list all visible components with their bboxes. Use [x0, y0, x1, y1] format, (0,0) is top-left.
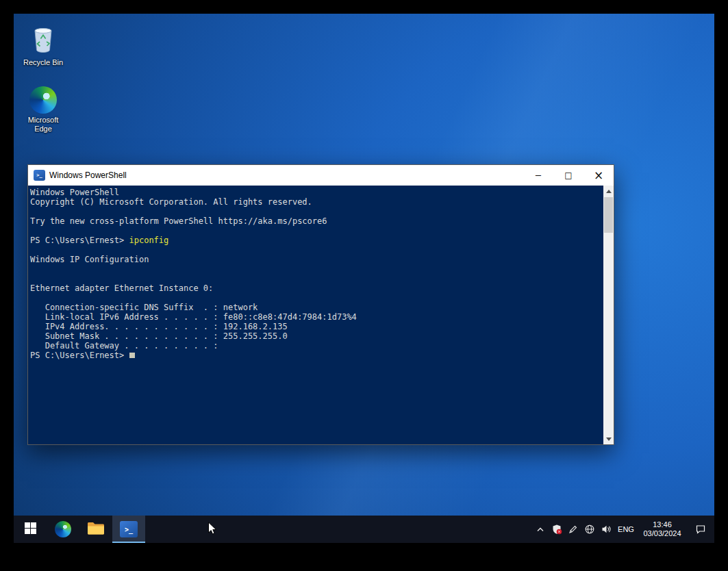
edge-icon	[29, 86, 57, 114]
console-line: Windows PowerShell	[30, 188, 603, 197]
titlebar[interactable]: Windows PowerShell ─ □ ×	[28, 165, 614, 186]
console-line: Link-local IPv6 Address . . . . . : fe80…	[30, 312, 603, 322]
desktop-icon-label: Recycle Bin	[23, 58, 63, 67]
console-line	[30, 264, 603, 274]
globe-icon	[584, 524, 595, 535]
speaker-icon	[601, 524, 612, 535]
console-line	[30, 274, 603, 283]
console-line: Connection-specific DNS Suffix . : netwo…	[30, 303, 603, 312]
console-line	[30, 226, 603, 236]
desktop-icon-recycle-bin[interactable]: Recycle Bin	[21, 25, 66, 67]
console-line: PS C:\Users\Ernest> ipconfig	[30, 236, 603, 245]
network-tray-button[interactable]	[581, 516, 598, 543]
language-indicator[interactable]: ENG	[614, 516, 638, 543]
recycle-bin-icon	[31, 25, 55, 56]
window-title: Windows PowerShell	[49, 170, 519, 180]
console-line	[30, 293, 603, 303]
chevron-up-icon	[535, 524, 546, 535]
window-controls: ─ □ ×	[523, 165, 614, 186]
action-center-button[interactable]	[687, 516, 714, 543]
console-area: Windows PowerShellCopyright (C) Microsof…	[28, 186, 614, 444]
action-center-icon	[695, 524, 706, 535]
scroll-up-arrow[interactable]	[603, 186, 614, 196]
clock[interactable]: 13:46 03/03/2024	[638, 516, 687, 543]
close-button[interactable]: ×	[583, 165, 614, 186]
console-line: Subnet Mask . . . . . . . . . . . : 255.…	[30, 331, 603, 341]
console-line: Default Gateway . . . . . . . . . :	[30, 341, 603, 351]
hidden-icons-chevron[interactable]	[532, 516, 549, 543]
command-text: ipconfig	[129, 236, 169, 245]
start-button[interactable]	[14, 516, 47, 543]
system-tray: ENG 13:46 03/03/2024	[532, 516, 714, 543]
shield-alert-icon	[551, 524, 562, 535]
edge-icon	[55, 521, 71, 537]
desktop-icon-microsoft-edge[interactable]: Microsoft Edge	[21, 86, 66, 134]
taskbar: ENG 13:46 03/03/2024	[14, 516, 714, 543]
pen-tray-button[interactable]	[565, 516, 581, 543]
console-line	[30, 245, 603, 255]
powershell-icon	[120, 521, 138, 537]
desktop-icon-label: Microsoft Edge	[21, 116, 66, 134]
security-tray-button[interactable]	[549, 516, 565, 543]
console-output[interactable]: Windows PowerShellCopyright (C) Microsof…	[28, 186, 603, 444]
pen-icon	[568, 524, 579, 535]
desktop[interactable]: Recycle Bin Microsoft Edge Windows Power…	[14, 14, 714, 516]
tray-date: 03/03/2024	[638, 529, 687, 538]
screen: Recycle Bin Microsoft Edge Windows Power…	[14, 14, 714, 543]
scroll-down-arrow[interactable]	[603, 433, 614, 444]
console-line: Ethernet adapter Ethernet Instance 0:	[30, 283, 603, 293]
console-line: Copyright (C) Microsoft Corporation. All…	[30, 197, 603, 207]
taskbar-edge-button[interactable]	[47, 516, 79, 543]
powershell-icon	[34, 170, 45, 181]
console-line	[30, 207, 603, 216]
taskbar-powershell-button[interactable]	[112, 516, 145, 543]
console-line: Windows IP Configuration	[30, 255, 603, 264]
folder-icon	[87, 522, 105, 537]
console-line: IPv4 Address. . . . . . . . . . . : 192.…	[30, 322, 603, 331]
minimize-button[interactable]: ─	[523, 165, 553, 186]
tray-time: 13:46	[638, 520, 687, 529]
text-cursor	[129, 353, 135, 358]
powershell-window: Windows PowerShell ─ □ × Windows PowerSh…	[27, 164, 614, 445]
maximize-button[interactable]: □	[553, 165, 583, 186]
taskbar-file-explorer-button[interactable]	[79, 516, 112, 543]
console-line: Try the new cross-platform PowerShell ht…	[30, 216, 603, 226]
scrollbar[interactable]	[603, 186, 614, 444]
mouse-cursor	[208, 522, 217, 535]
console-line: PS C:\Users\Ernest>	[30, 351, 603, 360]
volume-tray-button[interactable]	[598, 516, 614, 543]
windows-logo-icon	[25, 522, 36, 536]
scroll-thumb[interactable]	[604, 197, 613, 233]
